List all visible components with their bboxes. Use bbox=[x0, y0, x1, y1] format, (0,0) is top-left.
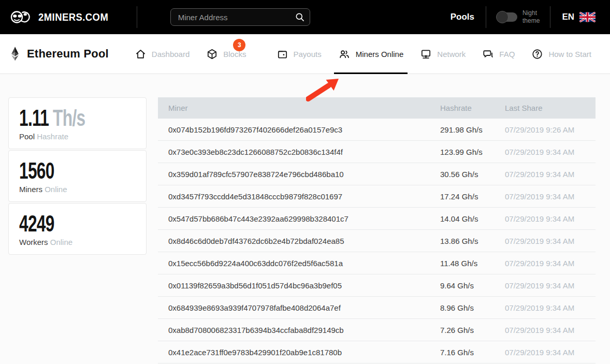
stats-sidebar: 1.11 Th/s Pool Hashrate 1560 Miners Onli… bbox=[8, 97, 147, 256]
nav-item-network[interactable]: Network bbox=[416, 34, 470, 74]
pool-title: Ethereum Pool bbox=[9, 46, 109, 62]
miner-address-cell[interactable]: 0x73e0c393eb8c23dc1266088752c2b0836c134f… bbox=[158, 148, 430, 156]
hashrate-cell: 8.96 Gh/s bbox=[430, 303, 495, 312]
hashrate-cell: 14.04 Gh/s bbox=[430, 214, 495, 223]
pool-hashrate-label: Pool Hashrate bbox=[19, 132, 136, 141]
last-share-cell: 07/29/2019 9:34 AM bbox=[495, 192, 596, 201]
last-share-cell: 07/29/2019 9:34 AM bbox=[495, 237, 596, 245]
brand-name: 2MINERS.COM bbox=[38, 11, 108, 23]
question-icon bbox=[531, 48, 543, 60]
nav-item-faq[interactable]: FAQ bbox=[478, 34, 519, 74]
miner-address-cell[interactable]: 0x547d57bb686b47c443e2392aa629998b328401… bbox=[158, 214, 430, 223]
cube-icon bbox=[206, 48, 218, 60]
miners-icon bbox=[338, 48, 351, 60]
nav-label: FAQ bbox=[499, 50, 515, 59]
miner-address-cell[interactable]: 0x684939e8693a939f4707978fafbe408d2064a7… bbox=[158, 303, 430, 312]
hashrate-cell: 13.86 Gh/s bbox=[430, 237, 495, 245]
nav-label: How to Start bbox=[548, 50, 591, 59]
table-row[interactable]: 0x8d46c6d0deb7df43762dc6b2e4b72bdaf024ea… bbox=[158, 230, 596, 252]
miner-address-cell[interactable]: 0xd3457f793ccdd4e5d31848cccb9879f828c016… bbox=[158, 192, 430, 201]
nav-label: Miners Online bbox=[356, 50, 404, 59]
nav-item-blocks[interactable]: Blocks 3 bbox=[202, 34, 264, 74]
last-share-cell: 07/29/2019 9:26 AM bbox=[495, 125, 596, 134]
nav-label: Blocks bbox=[223, 50, 246, 59]
miner-address-cell[interactable]: 0x074b152b196fd973267f402666def26a0157e9… bbox=[158, 125, 430, 134]
main-nav: Ethereum Pool Dashboard Blocks 3 bbox=[0, 34, 610, 74]
table-row[interactable]: 0xd3457f793ccdd4e5d31848cccb9879f828c016… bbox=[158, 185, 596, 208]
nav-item-payouts[interactable]: Payouts bbox=[272, 34, 326, 74]
nav-item-miners-online[interactable]: Miners Online bbox=[334, 34, 408, 74]
hashrate-cell: 291.98 Gh/s bbox=[430, 125, 495, 134]
search-icon[interactable] bbox=[295, 12, 305, 24]
hashrate-cell: 9.64 Gh/s bbox=[430, 281, 495, 290]
last-share-cell: 07/29/2019 9:34 AM bbox=[495, 259, 596, 268]
table-row[interactable]: 0x074b152b196fd973267f402666def26a0157e9… bbox=[158, 119, 596, 141]
miners-table-body: 0x074b152b196fd973267f402666def26a0157e9… bbox=[158, 119, 596, 363]
miner-address-cell[interactable]: 0x8d46c6d0deb7df43762dc6b2e4b72bdaf024ea… bbox=[158, 237, 430, 245]
table-row[interactable]: 0x684939e8693a939f4707978fafbe408d2064a7… bbox=[158, 297, 596, 319]
night-theme-label: Night theme bbox=[522, 9, 540, 25]
last-share-cell: 07/29/2019 9:34 AM bbox=[495, 281, 596, 290]
miner-address-cell[interactable]: 0x41e2ace731ff0e9783b429901f20ab9e1c8178… bbox=[158, 348, 430, 357]
divider bbox=[137, 6, 137, 28]
workers-online-card: 4249 Workers Online bbox=[8, 203, 147, 255]
hashrate-cell: 7.16 Gh/s bbox=[430, 348, 495, 357]
night-theme-toggle[interactable] bbox=[497, 12, 517, 22]
wallet-icon bbox=[277, 48, 288, 60]
miners-table: Miner Hashrate Last Share 0x074b152b196f… bbox=[158, 97, 596, 363]
workers-online-label: Workers Online bbox=[19, 238, 136, 246]
table-row[interactable]: 0x547d57bb686b47c443e2392aa629998b328401… bbox=[158, 208, 596, 230]
hashrate-cell: 123.99 Gh/s bbox=[430, 148, 495, 156]
miner-address-search bbox=[170, 8, 310, 26]
miner-address-cell[interactable]: 0x01139f82659a3bd56d1f051d57d4bc96a3b9ef… bbox=[158, 281, 430, 290]
col-header-last-share: Last Share bbox=[495, 104, 596, 112]
table-row[interactable]: 0x359d01af789cfc57907e838724e796cbd486ba… bbox=[158, 163, 596, 185]
language-selector[interactable]: EN bbox=[550, 12, 601, 22]
top-header: 2MINERS.COM Pools Night theme EN bbox=[0, 0, 610, 34]
page-title: Ethereum Pool bbox=[27, 47, 109, 61]
miners-online-label: Miners Online bbox=[19, 185, 136, 194]
nav-label: Network bbox=[437, 50, 466, 59]
nav-label: Dashboard bbox=[152, 50, 190, 59]
network-icon bbox=[420, 48, 432, 60]
home-icon bbox=[135, 48, 147, 60]
last-share-cell: 07/29/2019 9:34 AM bbox=[495, 303, 596, 312]
miners-table-header: Miner Hashrate Last Share bbox=[158, 97, 596, 119]
language-code[interactable]: EN bbox=[562, 12, 574, 22]
ethereum-icon bbox=[9, 46, 21, 62]
pool-hashrate-card: 1.11 Th/s Pool Hashrate bbox=[8, 97, 147, 149]
table-row[interactable]: 0xab8d708006823317b6394b34ccfaba8df29149… bbox=[158, 319, 596, 341]
hashrate-cell: 11.48 Gh/s bbox=[430, 259, 495, 268]
hashrate-cell: 30.56 Gh/s bbox=[430, 170, 495, 179]
table-row[interactable]: 0x15ecc56b6d9224a400c63ddc076f2ed5f6ac58… bbox=[158, 252, 596, 274]
table-row[interactable]: 0x73e0c393eb8c23dc1266088752c2b0836c134f… bbox=[158, 141, 596, 163]
miner-address-input[interactable] bbox=[170, 8, 310, 26]
pools-link[interactable]: Pools bbox=[439, 12, 486, 22]
last-share-cell: 07/29/2019 9:34 AM bbox=[495, 148, 596, 156]
miners-online-card: 1560 Miners Online bbox=[8, 150, 147, 202]
last-share-cell: 07/29/2019 9:34 AM bbox=[495, 326, 596, 334]
brand[interactable]: 2MINERS.COM bbox=[9, 8, 118, 26]
last-share-cell: 07/29/2019 9:34 AM bbox=[495, 214, 596, 223]
col-header-hashrate: Hashrate bbox=[430, 104, 495, 112]
miner-address-cell[interactable]: 0x15ecc56b6d9224a400c63ddc076f2ed5f6ac58… bbox=[158, 259, 430, 268]
chat-icon bbox=[482, 48, 494, 60]
miners-online-value: 1560 bbox=[19, 158, 54, 184]
uk-flag-icon[interactable] bbox=[579, 12, 596, 22]
col-header-miner: Miner bbox=[158, 104, 430, 112]
pool-hashrate-value: 1.11 Th/s bbox=[19, 105, 85, 131]
hashrate-cell: 17.24 Gh/s bbox=[430, 192, 495, 201]
nav-item-dashboard[interactable]: Dashboard bbox=[130, 34, 194, 74]
last-share-cell: 07/29/2019 9:34 AM bbox=[495, 170, 596, 179]
last-share-cell: 07/29/2019 9:34 AM bbox=[495, 348, 596, 357]
table-row[interactable]: 0x01139f82659a3bd56d1f051d57d4bc96a3b9ef… bbox=[158, 274, 596, 297]
miner-address-cell[interactable]: 0x359d01af789cfc57907e838724e796cbd486ba… bbox=[158, 170, 430, 179]
workers-online-value: 4249 bbox=[19, 211, 54, 237]
miner-address-cell[interactable]: 0xab8d708006823317b6394b34ccfaba8df29149… bbox=[158, 326, 430, 334]
toggle-knob[interactable] bbox=[496, 11, 509, 23]
nav-item-how-to-start[interactable]: How to Start bbox=[527, 34, 596, 74]
hashrate-cell: 7.26 Gh/s bbox=[430, 326, 495, 334]
main-content: 1.11 Th/s Pool Hashrate 1560 Miners Onli… bbox=[0, 74, 610, 363]
table-row[interactable]: 0x41e2ace731ff0e9783b429901f20ab9e1c8178… bbox=[158, 341, 596, 363]
brand-logo-icon bbox=[9, 8, 32, 26]
